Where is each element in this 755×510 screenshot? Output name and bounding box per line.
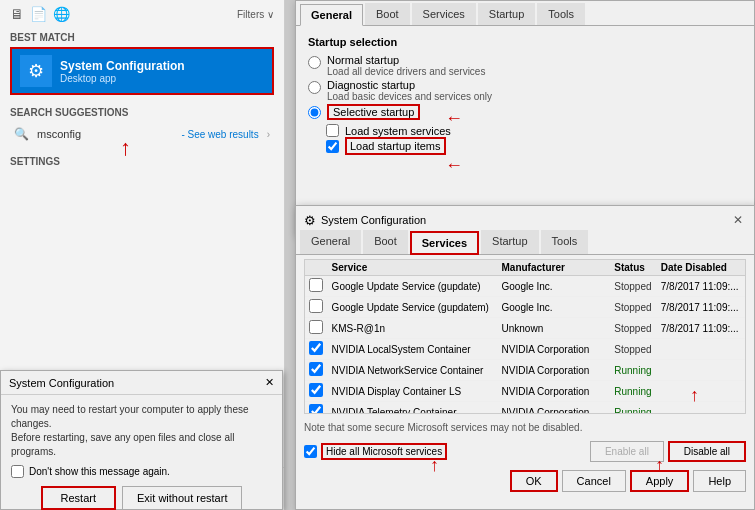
load-startup-items-label: Load startup items	[345, 137, 446, 155]
service-cb[interactable]	[309, 341, 323, 355]
service-manufacturer: NVIDIA Corporation	[498, 381, 611, 402]
service-manufacturer: Google Inc.	[498, 276, 611, 297]
radio-normal-startup-input[interactable]	[308, 56, 321, 69]
startup-radio-group: Normal startup Load all device drivers a…	[308, 54, 742, 120]
filters-label[interactable]: Filters ∨	[237, 9, 274, 20]
service-checkbox-cell[interactable]	[305, 318, 328, 339]
suggestion-arrow-icon: ›	[267, 129, 270, 140]
dialog-restart: System Configuration ✕ You may need to r…	[0, 370, 283, 510]
service-status: Running	[610, 381, 657, 402]
exit-without-restart-button[interactable]: Exit without restart	[122, 486, 242, 510]
best-match-text: System Configuration Desktop app	[60, 59, 185, 84]
radio-selective-startup-input[interactable]	[308, 106, 321, 119]
load-system-services-cb[interactable]	[326, 124, 339, 137]
tab-general-services[interactable]: General	[300, 230, 361, 254]
search-suggestion-icon: 🔍	[14, 127, 29, 141]
service-cb[interactable]	[309, 404, 323, 414]
radio-normal-startup: Normal startup Load all device drivers a…	[308, 54, 742, 77]
load-startup-items-cb[interactable]	[326, 140, 339, 153]
service-date: 7/8/2017 11:09:...	[657, 297, 745, 318]
apply-button[interactable]: Apply	[630, 470, 690, 492]
service-date: 7/8/2017 11:09:...	[657, 276, 745, 297]
radio-diagnostic-startup-input[interactable]	[308, 81, 321, 94]
settings-section: Settings	[0, 152, 284, 175]
dialog-general: General Boot Services Startup Tools Star…	[295, 0, 755, 235]
hide-ms-services-cb[interactable]	[304, 445, 317, 458]
tab-general[interactable]: General	[300, 4, 363, 26]
document-icon[interactable]: 📄	[30, 6, 47, 22]
service-name: NVIDIA Telemetry Container	[328, 402, 498, 415]
dont-show-again-cb[interactable]	[11, 465, 24, 478]
tab-boot[interactable]: Boot	[365, 3, 410, 25]
service-status: Stopped	[610, 276, 657, 297]
service-checkbox-cell[interactable]	[305, 276, 328, 297]
suggestion-link[interactable]: - See web results	[181, 129, 258, 140]
dialog-services: ⚙ System Configuration ✕ General Boot Se…	[295, 205, 755, 510]
disable-all-button[interactable]: Disable all	[668, 441, 746, 462]
service-manufacturer: NVIDIA Corporation	[498, 360, 611, 381]
best-match-label: Best match	[10, 32, 274, 43]
tab-startup-general[interactable]: Startup	[478, 3, 535, 25]
service-name: Google Update Service (gupdate)	[328, 276, 498, 297]
services-table: Service Manufacturer Status Date Disable…	[305, 260, 745, 414]
col-service[interactable]: Service	[328, 260, 498, 276]
services-dialog-title: System Configuration	[321, 214, 426, 226]
col-date-disabled[interactable]: Date Disabled	[657, 260, 745, 276]
suggestion-item[interactable]: 🔍 msconfig - See web results ›	[10, 122, 274, 146]
service-date	[657, 402, 745, 415]
diagnostic-startup-sublabel: Load basic devices and services only	[327, 91, 492, 102]
tab-services-general[interactable]: Services	[412, 3, 476, 25]
services-close-button[interactable]: ✕	[730, 212, 746, 228]
best-match-item[interactable]: ⚙ System Configuration Desktop app	[10, 47, 274, 95]
restart-button[interactable]: Restart	[41, 486, 116, 510]
restart-title: System Configuration	[9, 377, 114, 389]
col-manufacturer[interactable]: Manufacturer	[498, 260, 611, 276]
selective-startup-label: Selective startup	[327, 104, 420, 120]
service-checkbox-cell[interactable]	[305, 360, 328, 381]
service-cb[interactable]	[309, 362, 323, 376]
service-checkbox-cell[interactable]	[305, 402, 328, 415]
best-match-section: Best match ⚙ System Configuration Deskto…	[0, 26, 284, 101]
checkboxes-group: Load system services Load startup items	[308, 124, 742, 155]
radio-selective-startup: Selective startup	[308, 104, 742, 120]
tab-startup-services[interactable]: Startup	[481, 230, 538, 254]
service-name: Google Update Service (gupdatem)	[328, 297, 498, 318]
service-cb[interactable]	[309, 278, 323, 292]
settings-label: Settings	[10, 156, 274, 167]
startup-selection-title: Startup selection	[308, 36, 742, 48]
services-table-container[interactable]: Service Manufacturer Status Date Disable…	[304, 259, 746, 414]
service-cb[interactable]	[309, 299, 323, 313]
service-cb[interactable]	[309, 320, 323, 334]
tab-services-active[interactable]: Services	[410, 231, 479, 255]
service-name: KMS-R@1n	[328, 318, 498, 339]
help-button[interactable]: Help	[693, 470, 746, 492]
service-checkbox-cell[interactable]	[305, 381, 328, 402]
ok-button[interactable]: OK	[510, 470, 558, 492]
col-cb	[305, 260, 328, 276]
table-row: NVIDIA Display Container LS NVIDIA Corpo…	[305, 381, 745, 402]
tab-boot-services[interactable]: Boot	[363, 230, 408, 254]
restart-checkbox-item: Don't show this message again.	[11, 465, 272, 478]
restart-buttons: Restart Exit without restart	[11, 486, 272, 510]
normal-startup-sublabel: Load all device drivers and services	[327, 66, 485, 77]
table-row: NVIDIA NetworkService Container NVIDIA C…	[305, 360, 745, 381]
enable-all-button[interactable]: Enable all	[590, 441, 664, 462]
service-status: Stopped	[610, 297, 657, 318]
suggestion-text: msconfig	[37, 128, 173, 140]
cancel-button[interactable]: Cancel	[562, 470, 626, 492]
service-cb[interactable]	[309, 383, 323, 397]
service-status: Stopped	[610, 318, 657, 339]
best-match-title: System Configuration	[60, 59, 185, 73]
col-status[interactable]: Status	[610, 260, 657, 276]
general-tab-bar: General Boot Services Startup Tools	[296, 3, 754, 26]
restart-close-button[interactable]: ✕	[265, 376, 274, 389]
globe-icon[interactable]: 🌐	[53, 6, 70, 22]
service-checkbox-cell[interactable]	[305, 339, 328, 360]
monitor-icon[interactable]: 🖥	[10, 6, 24, 22]
diagnostic-startup-label: Diagnostic startup	[327, 79, 492, 91]
tab-tools-general[interactable]: Tools	[537, 3, 585, 25]
services-dialog-icon: ⚙	[304, 213, 316, 228]
tab-tools-services[interactable]: Tools	[541, 230, 589, 254]
footer-right: Enable all Disable all	[590, 441, 746, 462]
service-checkbox-cell[interactable]	[305, 297, 328, 318]
